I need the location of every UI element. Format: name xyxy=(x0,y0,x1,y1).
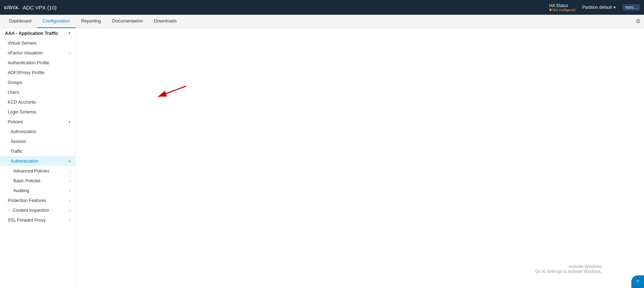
chevron-down-icon: ▾ xyxy=(69,120,70,124)
sidebar-label-auth-profile: Authentication Profile xyxy=(8,60,49,65)
chevron-right-icon: › xyxy=(69,169,70,173)
sidebar-label-users: Users xyxy=(8,90,19,95)
sidebar-label-auditing: Auditing xyxy=(13,188,29,193)
sidebar-label-adfs: ADFSProxy Profile xyxy=(8,70,44,75)
partition-selector[interactable]: Partition default ▾ xyxy=(583,5,616,10)
sidebar-label-session: Session xyxy=(11,139,26,144)
sidebar-item-basic-policies[interactable]: Basic Policies › xyxy=(0,176,75,186)
ha-status: HA Status Not configured xyxy=(549,3,575,12)
chevron-down-icon: ▾ xyxy=(69,31,70,35)
sidebar-item-users[interactable]: Users xyxy=(0,87,75,97)
sidebar-item-traffic[interactable]: Traffic xyxy=(0,146,75,156)
partition-value: default xyxy=(599,5,612,10)
sidebar-item-kcd-accounts[interactable]: KCD Accounts xyxy=(0,97,75,107)
sidebar-item-session[interactable]: Session xyxy=(0,137,75,146)
sidebar-label-advanced-policies: Advanced Policies xyxy=(13,169,49,174)
tab-documentation[interactable]: Documentation xyxy=(106,15,148,28)
logo-area: citrix. ADC VPX (10) xyxy=(4,5,57,11)
tab-configuration[interactable]: Configuration xyxy=(37,15,76,28)
chevron-right-icon: › xyxy=(69,189,70,193)
circle-icon: ? xyxy=(636,279,639,284)
tab-dashboard[interactable]: Dashboard xyxy=(4,15,37,28)
sidebar-label-authentication: Authentication xyxy=(11,159,38,164)
sidebar-label-kcd: KCD Accounts xyxy=(8,100,36,105)
chevron-right-icon: › xyxy=(69,51,70,55)
ha-status-value: Not configured xyxy=(549,8,575,12)
activation-line1: Activate Windows xyxy=(535,264,602,269)
top-bar: citrix. ADC VPX (10) HA Status Not confi… xyxy=(0,0,644,15)
tab-downloads[interactable]: Downloads xyxy=(149,15,182,28)
activation-watermark: Activate Windows Go to Settings to activ… xyxy=(535,264,602,274)
chevron-right-icon: › xyxy=(69,218,70,222)
star-icon: ☆ xyxy=(8,208,11,213)
chevron-right-icon: › xyxy=(69,179,70,183)
sidebar-label-policies: Policies xyxy=(8,119,23,124)
sidebar-label-basic-policies: Basic Policies xyxy=(13,178,40,183)
sidebar-label-aaa: AAA - Application Traffic xyxy=(5,31,58,36)
sidebar-item-login-schema[interactable]: Login Schema xyxy=(0,107,75,117)
main-layout: AAA - Application Traffic ▾ Virtual Serv… xyxy=(0,28,644,288)
sidebar-label-nfactor: nFactor Visualizer xyxy=(8,51,43,55)
sidebar-item-groups[interactable]: Groups xyxy=(0,78,75,87)
sidebar-item-nfactor-visualizer[interactable]: nFactor Visualizer › xyxy=(0,48,75,58)
sidebar-label-virtual-servers: Virtual Servers xyxy=(8,41,37,46)
sidebar-item-adfs-proxy-profile[interactable]: ADFSProxy Profile xyxy=(0,68,75,78)
ha-dot xyxy=(549,9,552,11)
sidebar-label-protection-features: Protection Features xyxy=(8,198,46,203)
sidebar-item-aaa-application-traffic[interactable]: AAA - Application Traffic ▾ xyxy=(0,28,75,38)
sidebar-item-virtual-servers[interactable]: Virtual Servers xyxy=(0,38,75,48)
warning-icon: ⚠ xyxy=(51,208,54,213)
app-title: ADC VPX (10) xyxy=(22,5,57,11)
blue-circle-button[interactable]: ? xyxy=(631,275,644,288)
sidebar-item-policies[interactable]: Policies ▾ xyxy=(0,117,75,127)
sidebar-label-traffic: Traffic xyxy=(11,149,22,154)
chevron-down-icon: ▾ xyxy=(69,159,70,163)
red-arrow-annotation xyxy=(151,83,193,104)
sidebar-label-login-schema: Login Schema xyxy=(8,110,36,114)
sidebar: AAA - Application Traffic ▾ Virtual Serv… xyxy=(0,28,76,288)
sidebar-label-content-inspection: Content Inspection xyxy=(13,208,49,213)
nav-tabs: Dashboard Configuration Reporting Docume… xyxy=(0,15,644,28)
chevron-right-icon: › xyxy=(69,209,70,212)
sidebar-item-authentication-profile[interactable]: Authentication Profile xyxy=(0,58,75,68)
sidebar-label-authorization: Authorization xyxy=(11,129,36,134)
sidebar-label-ssl-forward-proxy: SSL Forward Proxy xyxy=(8,218,46,223)
sidebar-item-authorization[interactable]: Authorization xyxy=(0,127,75,137)
ha-status-label: HA Status xyxy=(549,3,568,8)
sidebar-item-authentication[interactable]: Authentication ▾ xyxy=(0,156,75,166)
user-label[interactable]: nsro... xyxy=(623,4,640,11)
sidebar-item-auditing[interactable]: Auditing › xyxy=(0,186,75,196)
chevron-right-icon: › xyxy=(69,199,70,203)
content-area: Activate Windows Go to Settings to activ… xyxy=(76,28,644,288)
citrix-logo: citrix. xyxy=(4,5,20,10)
sidebar-item-protection-features[interactable]: Protection Features › xyxy=(0,196,75,205)
activation-line2: Go to Settings to activate Windows. xyxy=(535,269,602,274)
sidebar-item-advanced-policies[interactable]: Advanced Policies › xyxy=(0,166,75,176)
tab-reporting[interactable]: Reporting xyxy=(76,15,106,28)
top-bar-right: HA Status Not configured Partition defau… xyxy=(549,3,640,12)
partition-chevron-icon: ▾ xyxy=(613,5,616,10)
sidebar-label-groups: Groups xyxy=(8,80,22,85)
settings-gear-icon[interactable]: ⚙ xyxy=(636,18,640,25)
partition-label: Partition xyxy=(583,5,598,10)
sidebar-item-content-inspection[interactable]: ☆ Content Inspection ⚠ › xyxy=(0,205,75,215)
sidebar-item-ssl-forward-proxy[interactable]: SSL Forward Proxy › xyxy=(0,215,75,225)
